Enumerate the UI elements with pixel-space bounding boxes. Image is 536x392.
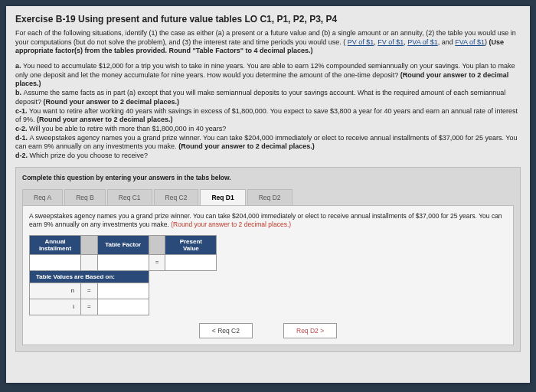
tab-req-c1[interactable]: Req C1	[107, 189, 152, 205]
col-annual-installment: Annual Installment	[30, 235, 81, 254]
input-i[interactable]	[97, 299, 149, 315]
question-parts: a. You need to accumulate $12,000 for a …	[15, 62, 521, 161]
input-table-factor[interactable]	[97, 254, 149, 270]
answer-panel: Complete this question by entering your …	[15, 167, 521, 352]
label-i: i	[30, 299, 81, 315]
tab-req-c2[interactable]: Req C2	[154, 189, 199, 205]
tab-req-d1[interactable]: Req D1	[200, 189, 245, 205]
col-present-value: Present Value	[165, 235, 217, 254]
link-pv[interactable]: PV of $1	[348, 38, 374, 46]
col-table-factor: Table Factor	[97, 235, 149, 254]
tab-body: A sweepstakes agency names you a grand p…	[22, 206, 514, 345]
input-present-value[interactable]	[165, 254, 217, 270]
answer-instruction: Complete this question by entering your …	[22, 174, 514, 181]
tab-req-b[interactable]: Req B	[64, 189, 106, 205]
active-prompt: A sweepstakes agency names you a grand p…	[29, 212, 507, 229]
link-fv[interactable]: FV of $1	[377, 38, 404, 46]
label-n: n	[30, 283, 81, 299]
link-fva[interactable]: FVA of $1	[455, 38, 485, 46]
tab-req-d2[interactable]: Req D2	[247, 189, 293, 205]
intro-lead: For each of the following situations, id…	[15, 29, 516, 46]
link-pva[interactable]: PVA of $1	[407, 38, 437, 46]
worksheet-page: Exercise B-19 Using present and future v…	[6, 6, 530, 383]
equals-sign: =	[149, 254, 165, 270]
input-n[interactable]	[97, 283, 149, 299]
tab-req-a[interactable]: Req A	[22, 189, 63, 205]
nav-buttons: < Req C2 Req D2 >	[29, 323, 507, 338]
input-annual-installment[interactable]	[30, 254, 81, 270]
next-button[interactable]: Req D2 >	[283, 323, 337, 338]
answer-table: Annual Installment Table Factor Present …	[29, 235, 217, 315]
tab-strip: Req A Req B Req C1 Req C2 Req D1 Req D2	[22, 189, 514, 206]
prev-button[interactable]: < Req C2	[199, 323, 253, 338]
row-header-basis: Table Values are Based on:	[30, 270, 149, 283]
exercise-intro: For each of the following situations, id…	[15, 29, 521, 56]
exercise-title: Exercise B-19 Using present and future v…	[15, 14, 521, 24]
